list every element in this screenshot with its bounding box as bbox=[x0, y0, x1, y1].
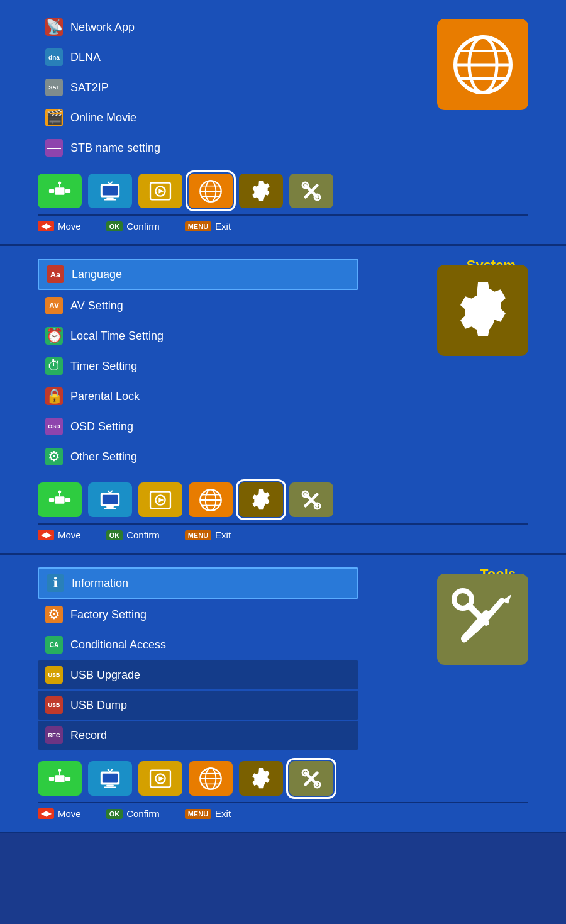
menu-item-label: Language bbox=[72, 268, 122, 281]
menu-item-parental-lock[interactable]: 🔒 Parental Lock bbox=[38, 382, 358, 411]
svg-rect-65 bbox=[106, 784, 113, 786]
menu-item-label: Record bbox=[70, 729, 107, 742]
svg-point-73 bbox=[159, 777, 162, 780]
svg-rect-36 bbox=[104, 508, 116, 509]
btn-text: Exit bbox=[215, 530, 231, 540]
menu-item-label: STB name setting bbox=[70, 142, 160, 155]
btn-text: Exit bbox=[215, 221, 231, 231]
menu-item-label: Local Time Setting bbox=[70, 330, 164, 343]
media-nav[interactable] bbox=[138, 761, 182, 796]
menu-item-label: DLNA bbox=[70, 51, 101, 64]
menu-item-label: Parental Lock bbox=[70, 390, 140, 403]
menu-item-online-movie[interactable]: 🎬 Online Movie bbox=[38, 103, 358, 132]
btn-badge: OK bbox=[106, 809, 123, 819]
svg-line-14 bbox=[108, 181, 110, 184]
bottom-btn-exit: MENU Exit bbox=[185, 808, 231, 819]
btn-text: Confirm bbox=[126, 530, 160, 540]
svg-rect-60 bbox=[49, 776, 54, 780]
bottom-btn-move: ◀▶ Move bbox=[38, 221, 81, 231]
svg-point-9 bbox=[58, 181, 62, 184]
svg-point-19 bbox=[159, 189, 162, 192]
menu-item-information[interactable]: ℹ Information bbox=[38, 567, 358, 599]
bottom-btn-move: ◀▶ Move bbox=[38, 808, 81, 819]
svg-rect-11 bbox=[106, 197, 113, 199]
satellite-nav[interactable] bbox=[38, 174, 82, 208]
btn-text: Confirm bbox=[126, 221, 160, 231]
big-icon-tools bbox=[437, 574, 528, 665]
svg-rect-30 bbox=[49, 498, 54, 501]
svg-rect-66 bbox=[104, 786, 116, 788]
menu-item-av-setting[interactable]: AV AV Setting bbox=[38, 291, 358, 320]
svg-point-43 bbox=[159, 498, 162, 501]
bottom-bar: ◀▶ Move OK Confirm MENU Exit bbox=[38, 523, 528, 543]
menu-item-sat2ip[interactable]: SAT SAT2IP bbox=[38, 73, 358, 102]
btn-text: Exit bbox=[215, 808, 231, 819]
big-icon-globe bbox=[437, 19, 528, 110]
menu-item-language[interactable]: Aa Language bbox=[38, 259, 358, 290]
menu-item-osd-setting[interactable]: OSD OSD Setting bbox=[38, 412, 358, 441]
svg-rect-7 bbox=[65, 189, 70, 192]
svg-rect-12 bbox=[104, 199, 116, 200]
svg-line-68 bbox=[108, 769, 110, 771]
globe-nav[interactable] bbox=[189, 174, 233, 208]
menu-item-label: Timer Setting bbox=[70, 360, 137, 373]
satellite-nav[interactable] bbox=[38, 761, 82, 796]
menu-item-factory-setting[interactable]: ⚙ Factory Setting bbox=[38, 600, 358, 629]
svg-rect-37 bbox=[103, 494, 118, 504]
gear-nav[interactable] bbox=[239, 174, 283, 208]
menu-item-label: Online Movie bbox=[70, 111, 136, 125]
panel-system: System Aa Language AV AV Setting ⏰ Local… bbox=[0, 246, 566, 555]
svg-point-63 bbox=[58, 769, 62, 772]
btn-text: Move bbox=[58, 530, 81, 540]
svg-rect-13 bbox=[103, 186, 118, 195]
media-nav[interactable] bbox=[138, 482, 182, 517]
menu-item-stb-name-setting[interactable]: — STB name setting bbox=[38, 133, 358, 162]
btn-badge: MENU bbox=[185, 530, 211, 540]
menu-item-label: AV Setting bbox=[70, 299, 123, 313]
btn-badge: ◀▶ bbox=[38, 808, 54, 819]
svg-line-15 bbox=[110, 181, 113, 184]
menu-item-record[interactable]: REC Record bbox=[38, 721, 358, 750]
bottom-btn-exit: MENU Exit bbox=[185, 221, 231, 231]
bottom-btn-confirm: OK Confirm bbox=[106, 221, 160, 231]
globe-nav[interactable] bbox=[189, 761, 233, 796]
menu-item-dlna[interactable]: dna DLNA bbox=[38, 43, 358, 72]
globe-nav[interactable] bbox=[189, 482, 233, 517]
bottom-btn-confirm: OK Confirm bbox=[106, 530, 160, 540]
svg-rect-6 bbox=[49, 189, 54, 192]
menu-list: Aa Language AV AV Setting ⏰ Local Time S… bbox=[38, 259, 358, 471]
menu-item-usb-dump[interactable]: USB USB Dump bbox=[38, 691, 358, 720]
menu-item-label: Network App bbox=[70, 21, 135, 34]
tools-nav[interactable] bbox=[289, 482, 333, 517]
bottom-bar: ◀▶ Move OK Confirm MENU Exit bbox=[38, 214, 528, 235]
gear-nav[interactable] bbox=[239, 761, 283, 796]
btn-text: Move bbox=[58, 221, 81, 231]
nav-row bbox=[38, 174, 528, 208]
tools-nav[interactable] bbox=[289, 761, 333, 796]
menu-item-label: OSD Setting bbox=[70, 420, 133, 433]
satellite-nav[interactable] bbox=[38, 482, 82, 517]
menu-item-label: USB Dump bbox=[70, 699, 127, 712]
tv-nav[interactable] bbox=[88, 761, 132, 796]
tv-nav[interactable] bbox=[88, 174, 132, 208]
svg-rect-29 bbox=[55, 496, 64, 503]
menu-item-conditional-access[interactable]: CA Conditional Access bbox=[38, 630, 358, 659]
panel-network: 📡 Network App dna DLNA SAT SAT2IP 🎬 Onli… bbox=[0, 0, 566, 246]
menu-item-usb-upgrade[interactable]: USB USB Upgrade bbox=[38, 660, 358, 689]
menu-item-label: Conditional Access bbox=[70, 638, 166, 652]
menu-item-label: USB Upgrade bbox=[70, 669, 140, 682]
btn-badge: MENU bbox=[185, 809, 211, 819]
menu-item-timer-setting[interactable]: ⏱ Timer Setting bbox=[38, 352, 358, 381]
big-icon-gear bbox=[437, 265, 528, 356]
svg-rect-35 bbox=[106, 506, 113, 508]
bottom-btn-move: ◀▶ Move bbox=[38, 530, 81, 540]
tools-nav[interactable] bbox=[289, 174, 333, 208]
gear-nav[interactable] bbox=[239, 482, 283, 517]
media-nav[interactable] bbox=[138, 174, 182, 208]
tv-nav[interactable] bbox=[88, 482, 132, 517]
menu-list: 📡 Network App dna DLNA SAT SAT2IP 🎬 Onli… bbox=[38, 13, 358, 162]
menu-item-label: Other Setting bbox=[70, 450, 137, 464]
menu-item-local-time-setting[interactable]: ⏰ Local Time Setting bbox=[38, 321, 358, 350]
menu-item-network-app[interactable]: 📡 Network App bbox=[38, 13, 358, 42]
menu-item-other-setting[interactable]: ⚙ Other Setting bbox=[38, 442, 358, 471]
